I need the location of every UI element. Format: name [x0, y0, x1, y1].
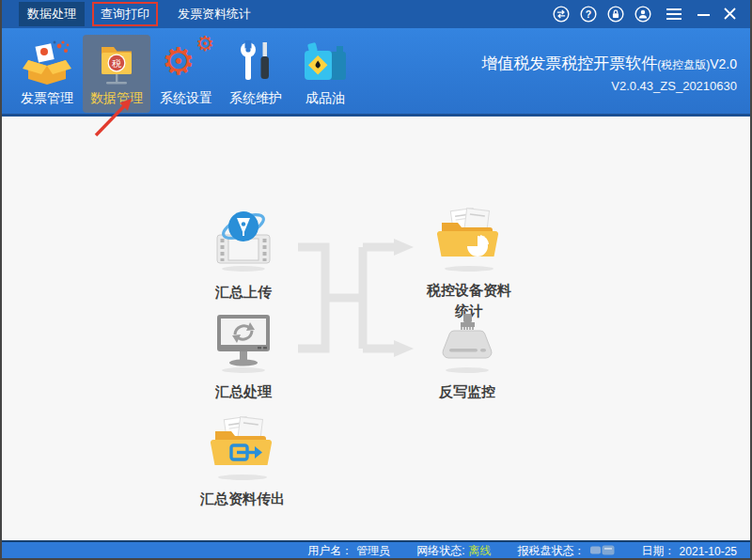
menu-bar: 数据处理 查询打印 发票资料统计 ?	[2, 0, 750, 28]
summary-export-icon	[205, 415, 280, 481]
transfer-icon[interactable]	[553, 6, 570, 23]
module-label: 汇总上传	[215, 282, 272, 303]
data-management-icon: 税	[93, 39, 140, 87]
close-icon[interactable]	[723, 8, 737, 21]
taxdisk-device-icon	[589, 544, 616, 559]
status-username: 用户名： 管理员	[307, 543, 390, 559]
app-title-version: V2.0	[710, 56, 737, 71]
user-icon[interactable]	[634, 6, 651, 23]
gear-icon: ⚙	[196, 34, 214, 54]
help-glyph: ?	[586, 8, 591, 20]
system-maintenance-icon	[233, 39, 278, 87]
menu-item-invoice-statistics[interactable]: 发票资料统计	[169, 2, 259, 26]
minimize-icon[interactable]	[697, 8, 711, 21]
status-date: 日期： 2021-10-25	[642, 543, 737, 559]
date-value: 2021-10-25	[680, 545, 737, 558]
app-title-edition: (税控盘版)	[657, 58, 710, 71]
module-label: 汇总资料传出	[200, 489, 285, 509]
summary-upload-icon	[209, 203, 278, 274]
tab-invoice-management[interactable]: 发票管理	[13, 35, 81, 113]
summary-processing-icon	[209, 310, 278, 374]
module-tax-device-statistics[interactable]: 税控设备资料 统计	[406, 207, 532, 321]
tab-system-maintenance[interactable]: 系统维护	[222, 35, 290, 113]
annotation-arrow	[85, 92, 141, 141]
module-summary-export[interactable]: 汇总资料传出	[175, 415, 310, 509]
gear-icon: ⚙	[162, 42, 196, 80]
tax-glyph: 税	[112, 58, 121, 69]
module-label-line1: 税控设备资料	[427, 280, 511, 301]
window-controls: ?	[553, 6, 750, 23]
app-window: 数据处理 查询打印 发票资料统计 ?	[0, 0, 752, 560]
hamburger-menu-icon[interactable]	[666, 8, 682, 21]
app-title: 增值税发票税控开票软件(税控盘版)V2.0 V2.0.43_ZS_2021063…	[481, 53, 737, 93]
network-value: 离线	[469, 543, 492, 559]
help-icon[interactable]: ?	[580, 6, 597, 23]
menu-item-query-print[interactable]: 查询打印	[92, 2, 158, 26]
network-label: 网络状态:	[416, 543, 464, 559]
app-title-main: 增值税发票税控开票软件	[481, 54, 657, 72]
taxdisk-label: 报税盘状态：	[518, 543, 586, 559]
tax-device-statistics-icon	[431, 207, 507, 272]
flow-arrows	[289, 238, 422, 360]
module-label: 反写监控	[439, 381, 495, 402]
username-label: 用户名：	[307, 543, 352, 559]
module-writeback-monitor[interactable]: 反写监控	[413, 312, 522, 402]
module-summary-upload[interactable]: 汇总上传	[189, 203, 298, 303]
system-settings-icon: ⚙ ⚙	[160, 39, 212, 87]
main-content: 汇总上传 税控设备资料	[2, 117, 750, 540]
menu-item-data-processing[interactable]: 数据处理	[19, 2, 85, 26]
invoice-management-icon	[22, 39, 72, 87]
status-taxdisk: 报税盘状态：	[518, 543, 616, 559]
app-version-line: V2.0.43_ZS_20210630	[481, 79, 737, 93]
tab-system-settings[interactable]: ⚙ ⚙ 系统设置	[152, 35, 220, 113]
tab-label: 系统维护	[229, 90, 282, 107]
tab-label: 发票管理	[21, 90, 73, 107]
lock-icon[interactable]	[607, 6, 624, 23]
status-network: 网络状态: 离线	[416, 543, 491, 559]
status-bar: 用户名： 管理员 网络状态: 离线 报税盘状态： 日期： 2021-10-25	[2, 540, 750, 560]
username-value: 管理员	[356, 543, 390, 559]
writeback-monitor-icon	[432, 312, 502, 374]
tab-refined-oil[interactable]: 成品油	[291, 35, 359, 113]
date-label: 日期：	[642, 543, 676, 559]
refined-oil-icon	[301, 39, 350, 87]
tab-label: 系统设置	[160, 90, 212, 107]
module-summary-processing[interactable]: 汇总处理	[189, 310, 298, 402]
module-label: 汇总处理	[215, 381, 272, 402]
tab-label: 成品油	[306, 90, 345, 107]
